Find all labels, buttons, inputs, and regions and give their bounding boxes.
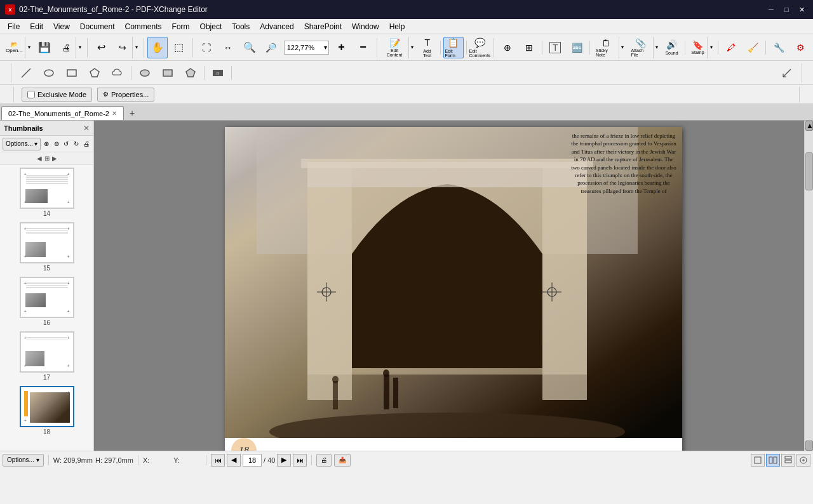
sound-button[interactable]: 🔊 Sound [662, 37, 682, 58]
zoom-box[interactable]: ▾ [284, 41, 329, 55]
open-button[interactable]: 📂 Open... ▾ [3, 37, 33, 58]
close-button[interactable]: ✕ [795, 3, 808, 16]
page-next-button[interactable]: ▶ [277, 454, 291, 467]
thumb-zoom-in-button[interactable]: ⊕ [42, 138, 51, 150]
status-share-button[interactable]: 📤 [334, 454, 351, 467]
attach-file-button[interactable]: 📎 Attach File ▾ [628, 37, 660, 58]
thumbnail-14[interactable]: + + + + [3, 168, 91, 217]
open-dropdown-arrow[interactable]: ▾ [25, 37, 32, 58]
tools-palette-button[interactable]: ⚙ [790, 37, 810, 58]
polygon-tool-button[interactable] [84, 62, 105, 84]
page-number-input[interactable] [243, 454, 262, 467]
undo-split-main[interactable]: ↪ [113, 41, 132, 54]
stamp-main[interactable]: 🔖 Stamp [688, 39, 707, 56]
menu-item-window[interactable]: Window [347, 20, 384, 34]
zoom-plus-button[interactable]: + [332, 37, 352, 58]
crosshair-tool-button[interactable]: ⊕ [497, 37, 518, 58]
menu-item-form[interactable]: Form [167, 20, 195, 34]
stamp-arrow[interactable]: ▾ [707, 37, 715, 58]
text-annotation-button[interactable]: T [545, 37, 565, 58]
menu-item-object[interactable]: Object [195, 20, 227, 34]
save-split-main[interactable]: 🖨 [57, 41, 76, 54]
oval-tool-button[interactable] [38, 62, 60, 84]
scrollbar-down-button[interactable] [805, 441, 813, 451]
menu-item-file[interactable]: File [3, 20, 25, 34]
add-text-button[interactable]: T AddText [417, 37, 438, 58]
save-split-button[interactable]: 🖨 ▾ [56, 37, 84, 58]
text-annotation2-button[interactable]: 🔤 [567, 37, 587, 58]
zoom-minus-button[interactable]: − [353, 37, 373, 58]
thumb-rotate-right-button[interactable]: ↻ [72, 138, 81, 150]
save-split-arrow[interactable]: ▾ [76, 37, 83, 58]
thumbnail-17[interactable]: + + + + 17 [3, 331, 91, 381]
menu-item-comments[interactable]: Comments [120, 20, 167, 34]
rect-tool-button[interactable] [61, 62, 83, 84]
view-scroll-button[interactable] [781, 454, 795, 467]
thumb-print-button[interactable]: 🖨 [82, 138, 91, 150]
line-tool-button[interactable] [15, 62, 37, 84]
thumb-options-button[interactable]: Options... ▾ [3, 138, 41, 150]
cloud-tool-button[interactable] [107, 62, 128, 84]
thumbnail-16[interactable]: + + + + 16 [3, 277, 91, 326]
eraser-button[interactable]: 🧹 [742, 37, 763, 58]
more-tools-button[interactable]: 🔧 [769, 37, 789, 58]
tab-close-button[interactable]: ✕ [112, 110, 117, 117]
edit-content-main[interactable]: 📝 Edit Content [380, 37, 408, 58]
view-double-button[interactable] [766, 454, 780, 467]
undo-button[interactable]: ↩ [91, 37, 111, 58]
thumb-nav-left-button[interactable]: ◀ [37, 155, 42, 162]
tab-document[interactable]: 02-The_Monuments_of_Rome-2 ✕ [1, 106, 124, 120]
edit-content-arrow[interactable]: ▾ [408, 37, 415, 58]
menu-item-sharepoint[interactable]: SharePoint [299, 20, 347, 34]
undo-split[interactable]: ↪ ▾ [112, 37, 140, 58]
thumb-zoom-out-button[interactable]: ⊖ [52, 138, 61, 150]
sticky-note-main[interactable]: 🗒 Sticky Note [593, 37, 619, 58]
scrollbar-up-button[interactable]: ▲ [805, 121, 813, 131]
filled-polygon-button[interactable] [180, 62, 201, 84]
measure-tool-button[interactable] [776, 62, 798, 84]
exclusive-mode-button[interactable]: Exclusive Mode [22, 88, 92, 102]
zoom-input[interactable] [285, 41, 323, 54]
status-print-button[interactable]: 🖨 [316, 454, 332, 467]
thumb-rotate-left-button[interactable]: ↺ [62, 138, 71, 150]
fit-width-button[interactable]: ↔ [218, 37, 238, 58]
menu-item-tools[interactable]: Tools [227, 20, 255, 34]
save-button[interactable]: 💾 [34, 37, 55, 58]
maximize-button[interactable]: □ [780, 3, 793, 16]
status-options-button[interactable]: Options... ▾ [3, 454, 44, 467]
sticky-note-arrow[interactable]: ▾ [619, 37, 626, 58]
properties-button[interactable]: ⚙ Properties... [97, 88, 154, 102]
filled-oval-button[interactable] [134, 62, 156, 84]
edit-comments-button[interactable]: 💬 Edit Comments [469, 37, 490, 58]
thumbnail-18[interactable]: + + + + 18 [3, 386, 91, 435]
tab-add-button[interactable]: + [125, 106, 139, 120]
menu-item-advanced[interactable]: Advanced [255, 20, 299, 34]
zoom-out-button[interactable]: 🔎 [261, 37, 281, 58]
highlight-button[interactable]: 🖍 [721, 37, 741, 58]
view-single-button[interactable] [751, 454, 765, 467]
filled-rect-button[interactable] [157, 62, 178, 84]
menu-item-document[interactable]: Document [75, 20, 120, 34]
redact-button[interactable]: R [207, 62, 229, 84]
vertical-scrollbar[interactable]: ▲ [804, 121, 813, 451]
fit-page-button[interactable]: ⛶ [196, 37, 217, 58]
crosshair-tool2-button[interactable]: ⊞ [519, 37, 539, 58]
open-main[interactable]: 📂 Open... [3, 40, 25, 55]
page-first-button[interactable]: ⏮ [211, 454, 225, 467]
zoom-dropdown-arrow[interactable]: ▾ [323, 44, 328, 51]
thumbnails-close-button[interactable]: ✕ [83, 124, 90, 133]
view-zoom-fit-button[interactable] [796, 454, 810, 467]
attach-file-main[interactable]: 📎 Attach File [628, 37, 652, 58]
menu-item-edit[interactable]: Edit [25, 20, 48, 34]
scrollbar-thumb[interactable] [805, 152, 813, 190]
undo-split-arrow[interactable]: ▾ [132, 37, 140, 58]
edit-form-button[interactable]: 📋 Edit Form [443, 37, 464, 58]
stamp-button[interactable]: 🔖 Stamp ▾ [687, 37, 715, 58]
page-prev-button[interactable]: ◀ [227, 454, 241, 467]
page-last-button[interactable]: ⏭ [293, 454, 307, 467]
menu-item-view[interactable]: View [48, 20, 75, 34]
thumb-nav-right-button[interactable]: ▶ [52, 155, 57, 162]
thumbnail-15[interactable]: + + + + 15 [3, 222, 91, 272]
minimize-button[interactable]: ─ [765, 3, 777, 16]
attach-file-arrow[interactable]: ▾ [653, 37, 660, 58]
